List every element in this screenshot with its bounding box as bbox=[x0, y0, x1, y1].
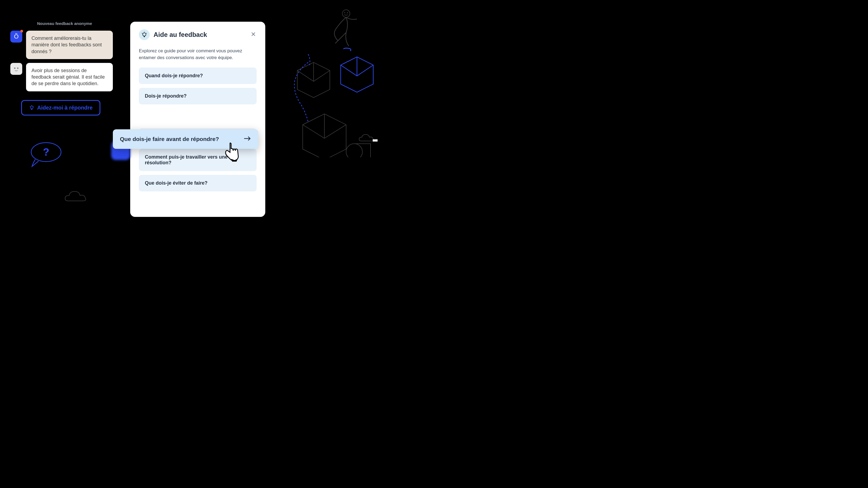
runner-illustration bbox=[292, 5, 368, 54]
svg-point-5 bbox=[31, 142, 61, 162]
cloud-illustration-left bbox=[62, 189, 95, 205]
cursor-pointer-icon bbox=[222, 141, 241, 163]
svg-point-3 bbox=[346, 144, 362, 157]
chat-panel: Nouveau feedback anonyme Õ Comment améli… bbox=[10, 21, 119, 116]
question-item-should[interactable]: Dois-je répondre? bbox=[139, 88, 257, 104]
svg-rect-7 bbox=[14, 67, 16, 69]
feedback-help-modal: Aide au feedback Explorez ce guide pour … bbox=[130, 22, 265, 217]
help-me-respond-button[interactable]: Aidez-moi à répondre bbox=[21, 100, 100, 116]
svg-point-9 bbox=[30, 106, 33, 109]
modal-header: Aide au feedback bbox=[139, 29, 257, 40]
svg-rect-8 bbox=[17, 67, 19, 69]
svg-rect-4 bbox=[373, 139, 378, 141]
question-bubble-illustration: ? bbox=[27, 140, 65, 170]
question-bubble: Comment améliorerais-tu la manière dont … bbox=[26, 31, 113, 59]
close-button[interactable] bbox=[250, 31, 257, 39]
close-icon bbox=[251, 32, 255, 36]
chat-message-row-2: Avoir plus de sessions de feedback serai… bbox=[10, 63, 119, 91]
chat-header: Nouveau feedback anonyme bbox=[10, 21, 119, 26]
modal-title: Aide au feedback bbox=[154, 31, 246, 38]
svg-point-1 bbox=[344, 12, 345, 13]
svg-text:?: ? bbox=[43, 147, 49, 158]
app-avatar: Õ bbox=[10, 31, 22, 42]
modal-lightbulb-icon bbox=[139, 29, 150, 40]
lightbulb-icon bbox=[29, 105, 34, 110]
anonymous-avatar bbox=[10, 63, 22, 75]
svg-point-2 bbox=[347, 12, 348, 13]
feedback-bubble: Avoir plus de sessions de feedback serai… bbox=[26, 63, 113, 91]
chat-message-row-1: Õ Comment améliorerais-tu la manière don… bbox=[10, 31, 119, 59]
question-item-avoid[interactable]: Que dois-je éviter de faire? bbox=[139, 175, 257, 191]
svg-point-10 bbox=[143, 33, 146, 36]
arrow-right-icon bbox=[244, 135, 251, 143]
svg-point-0 bbox=[342, 10, 350, 18]
question-item-when[interactable]: Quand dois-je répondre? bbox=[139, 67, 257, 84]
cubes-illustration bbox=[270, 49, 379, 157]
modal-description: Explorez ce guide pour voir comment vous… bbox=[139, 48, 257, 61]
cloud-illustration-right bbox=[357, 133, 379, 144]
